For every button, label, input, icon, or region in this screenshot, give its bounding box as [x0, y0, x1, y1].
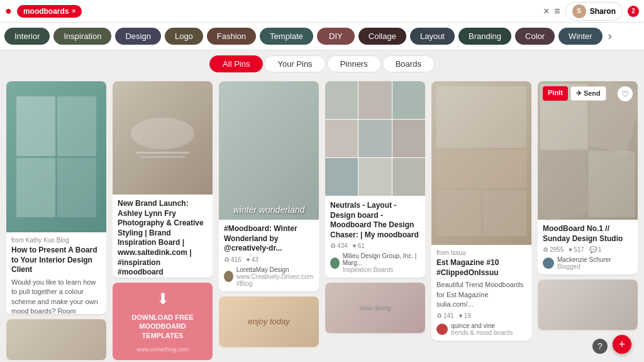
pin-source: Milieu Design Group, Inc. | Marg...	[343, 252, 420, 266]
pin-image: ⬜ Learn more at sundaydesignstudio.c...	[538, 81, 638, 220]
pinterest-logo: ●	[5, 4, 12, 18]
pin-card-moodboard[interactable]: Pinlt ✈ Send ♡ ⬜ Learn more at sundaydes…	[538, 81, 638, 274]
cat-template[interactable]: Template	[260, 28, 313, 45]
heart-button[interactable]: ♡	[618, 86, 633, 101]
send-button[interactable]: ✈ Send	[570, 86, 606, 101]
pin-card[interactable]: Neutrals - Layout - Design board - Moodb…	[325, 81, 425, 278]
fab-add-button[interactable]: +	[613, 335, 631, 354]
pin-user: Milieu Design Group, Inc. | Marg... Insp…	[330, 252, 420, 273]
pin-source-sub: Inspiration Boards	[343, 266, 420, 273]
pin-avatar	[330, 257, 340, 269]
cat-color[interactable]: Color	[515, 28, 555, 45]
pin-tag: from Issuu	[436, 249, 526, 256]
pin-image	[6, 81, 106, 232]
pin-avatar	[436, 324, 448, 335]
pin-source: quince and vine	[451, 322, 513, 329]
filter-all-pins[interactable]: All Pins	[209, 55, 263, 72]
cat-nav-right-arrow[interactable]: ›	[604, 30, 616, 43]
pin-body: #Moodboard: Winter Wonderland by @creati…	[219, 220, 319, 291]
filter-your-pins[interactable]: Your Pins	[264, 55, 325, 72]
comment-count: 💬 1	[589, 246, 602, 253]
from-label: from	[11, 237, 26, 244]
like-count: ♥ 19	[459, 312, 471, 319]
pin-card[interactable]: winter wonderland #Moodboard: Winter Won…	[219, 81, 319, 291]
pin-column-3: winter wonderland #Moodboard: Winter Won…	[219, 81, 319, 360]
pin-source-sub: www.Creatively-Driven.com #Blog	[236, 273, 314, 287]
pin-stats: ♻ 416 ♥ 43	[224, 256, 314, 263]
pin-card[interactable]: New Brand Launch: Ashley Lynn Fry Photog…	[113, 81, 213, 278]
pin-card-slow[interactable]: slow dining	[325, 283, 425, 333]
pin-body: New Brand Launch: Ashley Lynn Fry Photog…	[113, 195, 213, 278]
pin-card[interactable]: from Issuu Est Magazine #10 #ClippedOnIs…	[431, 81, 531, 341]
pin-source-sub: Blogged	[557, 263, 611, 270]
category-nav: Interior Inspiration Design Logo Fashion…	[0, 23, 644, 50]
pin-source: LorettaMay Design	[236, 266, 314, 273]
repin-count: ♻ 141	[436, 312, 454, 319]
pin-source: Mackenzie Schurer	[557, 256, 611, 263]
like-count: ♥ 61	[353, 242, 365, 249]
pin-title: Est Magazine #10 #ClippedOnIssuu	[436, 258, 526, 278]
pin-image	[538, 280, 638, 330]
cat-design[interactable]: Design	[115, 28, 160, 45]
pink-card-sub: www.something.com	[136, 346, 189, 353]
cat-inspiration[interactable]: Inspiration	[53, 28, 111, 45]
like-count: ♥ 43	[247, 256, 258, 263]
pin-desc: Would you like to learn how to pull toge…	[11, 278, 101, 314]
pin-title: New Brand Launch: Ashley Lynn Fry Photog…	[118, 199, 208, 278]
notification-badge[interactable]: 2	[628, 6, 639, 17]
cat-interior[interactable]: Interior	[4, 28, 50, 45]
pin-image	[6, 319, 106, 360]
cat-branding[interactable]: Branding	[458, 28, 511, 45]
enjoy-text: enjoy today	[248, 317, 290, 326]
user-section[interactable]: S Sharon	[565, 2, 623, 21]
pin-card-pink[interactable]: ⬇ DOWNLOAD FREE MOODBOARD TEMPLATES www.…	[113, 283, 213, 360]
pin-column-5: from Issuu Est Magazine #10 #ClippedOnIs…	[431, 81, 531, 360]
collage-grid	[325, 81, 425, 196]
pinit-button[interactable]: Pinlt	[543, 86, 568, 101]
collage-cell	[325, 158, 358, 196]
search-tab[interactable]: moodboards ×	[17, 5, 82, 18]
filter-bar: All Pins Your Pins Pinners Boards	[0, 50, 644, 77]
pin-user: quince and vine trends & mood boards	[436, 322, 526, 336]
pin-column-1: from Kathy Kuo Blog How to Present A Boa…	[6, 81, 106, 360]
pin-stats: ♻ 2955 ♥ 517 💬 1	[543, 246, 633, 253]
pin-stats: ♻ 141 ♥ 19	[436, 312, 526, 319]
pin-card[interactable]: from Kathy Kuo Blog How to Present A Boa…	[6, 81, 106, 314]
pin-card[interactable]	[6, 319, 106, 360]
pin-body: from Issuu Est Magazine #10 #ClippedOnIs…	[431, 245, 531, 341]
pin-card-enjoy[interactable]: enjoy today	[219, 297, 319, 347]
cat-collage[interactable]: Collage	[358, 28, 406, 45]
collage-cell	[358, 81, 391, 119]
pin-image	[113, 81, 213, 195]
filter-boards[interactable]: Boards	[382, 55, 435, 72]
filter-pinners[interactable]: Pinners	[327, 55, 381, 72]
topbar: ● moodboards × × ≡ S Sharon 2	[0, 0, 644, 23]
collage-cell	[325, 81, 358, 119]
menu-icon[interactable]: ≡	[554, 6, 560, 17]
pin-tag: from Kathy Kuo Blog	[11, 237, 101, 244]
collage-cell	[392, 81, 425, 119]
cat-fashion[interactable]: Fashion	[207, 28, 256, 45]
pin-desc: Beautiful Trend Moodboards for Est Magaz…	[436, 280, 526, 309]
close-icon[interactable]: ×	[543, 6, 549, 17]
pin-card-partial[interactable]	[538, 280, 638, 330]
collage-cell	[358, 120, 391, 157]
cat-layout[interactable]: Layout	[410, 28, 455, 45]
pinit-bar: Pinlt ✈ Send	[543, 86, 606, 101]
cat-winter[interactable]: Winter	[558, 28, 602, 45]
slow-text: slow dining	[360, 305, 391, 312]
pin-title: How to Present A Board to Your Interior …	[11, 246, 101, 275]
cat-diy[interactable]: DIY	[317, 28, 355, 45]
pin-user: LorettaMay Design www.Creatively-Driven.…	[224, 266, 314, 287]
avatar: S	[572, 4, 586, 18]
pin-body: from Kathy Kuo Blog How to Present A Boa…	[6, 232, 106, 314]
cat-logo[interactable]: Logo	[165, 28, 203, 45]
tab-close-icon[interactable]: ×	[72, 8, 76, 14]
pin-column-2: New Brand Launch: Ashley Lynn Fry Photog…	[113, 81, 213, 360]
pin-image: winter wonderland	[219, 81, 319, 220]
pin-avatar	[224, 271, 233, 282]
collage-cell	[325, 120, 358, 157]
help-button[interactable]: ?	[592, 339, 608, 354]
repin-count: ♻ 2955	[543, 246, 564, 253]
pins-container: from Kathy Kuo Blog How to Present A Boa…	[0, 77, 644, 362]
